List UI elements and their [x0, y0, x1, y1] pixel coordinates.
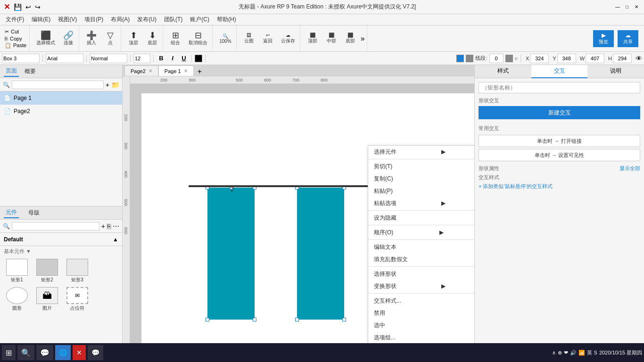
handle2-br[interactable] — [342, 318, 346, 321]
ctx-order[interactable]: 顺序(O) ▶ — [368, 226, 474, 239]
copy-btn[interactable]: ⎘Copy — [5, 36, 26, 41]
close-btn[interactable]: ✕ — [633, 3, 640, 11]
save-icon[interactable]: 💾 — [14, 3, 22, 11]
show-all-link[interactable]: 显示全部 — [619, 165, 640, 172]
dash-pattern[interactable]: ≡ — [515, 56, 518, 61]
x-input[interactable] — [530, 54, 549, 63]
font-size-select[interactable] — [133, 54, 150, 63]
ctx-copy[interactable]: 复制(C) — [368, 173, 474, 185]
right-tab-desc[interactable]: 说明 — [587, 65, 644, 78]
bold-btn[interactable]: B — [157, 54, 166, 63]
undo-icon[interactable]: ↩ — [25, 3, 31, 11]
shape-bar[interactable] — [189, 185, 368, 187]
ctx-disable[interactable]: 禁用 — [368, 307, 474, 319]
tab-components[interactable]: 元件 — [4, 207, 19, 218]
font-family-select[interactable] — [46, 54, 83, 63]
h-input[interactable] — [613, 54, 632, 63]
duplicate-comp-icon[interactable]: ⎘ — [107, 222, 111, 230]
up-arrow-icon[interactable]: ∧ — [552, 350, 556, 356]
ctx-select-shape[interactable]: 选择形状 — [368, 268, 474, 280]
add-page-icon[interactable]: + — [106, 81, 109, 89]
add-interaction-style[interactable]: + 添加类似'鼠标悬停'的交互样式 — [479, 183, 640, 190]
interaction-set-visibility-btn[interactable]: 单击时 → 设置可见性 — [479, 149, 640, 161]
ctx-paste-options[interactable]: 粘贴选项 ▶ — [368, 197, 474, 209]
tab-page2-close[interactable]: ✕ — [149, 68, 152, 74]
page-item-page1[interactable]: 📄 Page 1 — [0, 91, 122, 105]
task-view-btn[interactable]: 💬 — [36, 345, 53, 360]
tab-pages[interactable]: 页面 — [4, 66, 19, 77]
cut-btn[interactable]: ✂Cut — [5, 29, 26, 35]
axure-taskbar-btn[interactable]: ✕ — [73, 345, 86, 360]
menu-edit[interactable]: 编辑(E) — [28, 15, 54, 25]
comp-circle[interactable]: 圆形 — [4, 287, 30, 312]
add-comp-icon[interactable]: + — [101, 222, 105, 230]
search-btn[interactable]: 🔍 — [17, 345, 34, 360]
ctx-hidden[interactable]: 设为隐藏 — [368, 212, 474, 224]
start-btn[interactable]: ⊞ — [2, 345, 16, 360]
ctx-select-widget[interactable]: 选择元件 ▶ — [368, 146, 474, 158]
cloud-save-btn[interactable]: ☁ 云保存 — [278, 32, 298, 45]
font-style-select[interactable] — [90, 54, 127, 63]
ctx-paste[interactable]: 粘贴(P) — [368, 185, 474, 197]
ctx-edit-text[interactable]: 编辑文本 — [368, 241, 474, 253]
maximize-btn[interactable]: □ — [623, 3, 631, 11]
comp-rect3[interactable]: 矩形3 — [64, 259, 91, 283]
italic-btn[interactable]: I — [168, 54, 177, 63]
more-comp-icon[interactable]: ⋯ — [113, 222, 119, 230]
add-folder-icon[interactable]: 📁 — [111, 81, 119, 89]
pages-search-input[interactable] — [12, 81, 104, 89]
select-mode-btn[interactable]: ⬛ 选择模式 — [33, 30, 58, 47]
wechat-taskbar-btn[interactable]: 💬 — [88, 345, 103, 360]
underline-btn[interactable]: U — [179, 54, 189, 63]
add-tab-btn[interactable]: + — [196, 67, 204, 76]
handle-bl[interactable] — [206, 318, 209, 321]
preview-btn[interactable]: ▶ 预览 — [593, 30, 614, 47]
handle-br[interactable] — [253, 318, 256, 321]
new-interaction-btn[interactable]: 新建交互 — [479, 106, 640, 119]
handle2-bl[interactable] — [295, 318, 299, 321]
more-align-btn[interactable]: » — [361, 34, 365, 43]
fill-color-swatch[interactable] — [456, 55, 464, 62]
tray-network-icon[interactable]: 📶 — [578, 350, 585, 356]
ctx-select-check[interactable]: 选中 — [368, 319, 474, 331]
y-input[interactable] — [557, 54, 576, 63]
comp-search-input[interactable] — [12, 222, 99, 230]
bottom-layer-btn[interactable]: ⬇ 底层 — [144, 30, 161, 47]
menu-account[interactable]: 账户(C) — [186, 15, 213, 25]
menu-layout[interactable]: 布局(A) — [107, 15, 133, 25]
minimize-btn[interactable]: — — [614, 3, 621, 11]
menu-view[interactable]: 视图(V) — [54, 15, 81, 25]
paste-btn[interactable]: 📋Paste — [5, 42, 26, 49]
tab-page1-close[interactable]: ✕ — [184, 68, 188, 74]
share-btn[interactable]: ☁ 共享 — [618, 30, 638, 47]
align-top-btn[interactable]: ⬛ 顶部 — [304, 32, 321, 45]
visibility-toggle[interactable]: 👁 — [636, 55, 642, 62]
comp-rect2[interactable]: 矩形2 — [34, 259, 60, 283]
tab-outline[interactable]: 概要 — [23, 66, 38, 76]
canvas-tab-page2[interactable]: Page2 ✕ — [124, 66, 158, 76]
ctx-option-group[interactable]: 选项组... — [368, 331, 474, 343]
cloud-img-btn[interactable]: 🖼 云图 — [240, 32, 257, 45]
canvas-tab-page1[interactable]: Page 1 ✕ — [158, 66, 194, 76]
element-name-field[interactable] — [479, 82, 640, 93]
comp-image[interactable]: 🏔 图片 — [34, 287, 60, 312]
element-name-input[interactable] — [2, 54, 40, 63]
comp-rect1[interactable]: 矩形1 — [4, 259, 30, 283]
shape-left[interactable]: ▽ — [207, 188, 255, 320]
font-color-swatch[interactable] — [195, 55, 202, 62]
top-layer-btn[interactable]: ⬆ 顶层 — [125, 30, 142, 47]
back-btn[interactable]: ↩ 返回 — [259, 32, 276, 45]
edge-btn[interactable]: 🌐 — [55, 345, 71, 360]
comp-placeholder[interactable]: ✉ 占位符 — [64, 287, 91, 312]
menu-file[interactable]: 文件(F) — [2, 15, 28, 25]
line-seg-input[interactable] — [489, 54, 504, 63]
connect-btn[interactable]: 🔗 连接 — [60, 30, 77, 47]
menu-project[interactable]: 项目(P) — [81, 15, 107, 25]
w-input[interactable] — [586, 54, 604, 63]
interaction-open-link-btn[interactable]: 单击时 → 打开链接 — [479, 135, 640, 147]
ctx-fill-lorem[interactable]: 填充乱数假文 — [368, 253, 474, 265]
zoom-btn[interactable]: 🔍 100% — [216, 33, 234, 45]
shape-right[interactable] — [297, 188, 344, 320]
insert-btn[interactable]: ➕ 插入 — [83, 30, 100, 47]
point-btn[interactable]: ▽ 点 — [102, 30, 119, 47]
